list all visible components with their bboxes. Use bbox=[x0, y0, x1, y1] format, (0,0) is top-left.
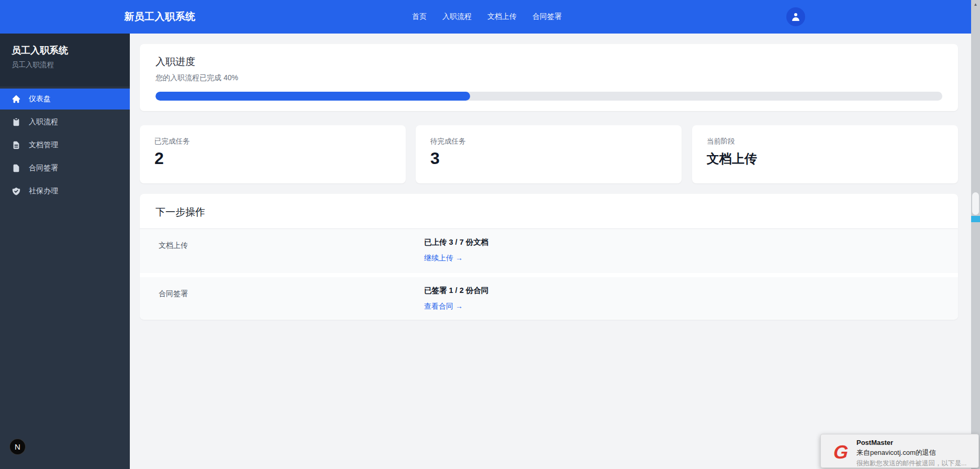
scrollbar-find-marker bbox=[971, 216, 980, 222]
nav-link-document-upload[interactable]: 文档上传 bbox=[487, 12, 517, 21]
nextjs-dev-badge[interactable]: N bbox=[9, 439, 26, 455]
progress-subtitle: 您的入职流程已完成 40% bbox=[155, 73, 942, 83]
row-status: 已上传 3 / 7 份文档 bbox=[424, 237, 488, 247]
toast-preview: 很抱歉您发送的邮件被退回，以下是... bbox=[856, 459, 974, 468]
shield-check-icon bbox=[12, 187, 21, 196]
document-text-icon bbox=[12, 140, 21, 150]
home-icon bbox=[12, 94, 21, 104]
sidebar-header: 员工入职系统 员工入职流程 bbox=[0, 34, 130, 86]
nav-link-onboarding-process[interactable]: 入职流程 bbox=[442, 12, 472, 21]
stat-label: 当前阶段 bbox=[707, 137, 943, 146]
toast-subject: 来自penavicotj.com的退信 bbox=[856, 448, 974, 457]
clipboard-icon bbox=[12, 117, 21, 127]
row-label: 合同签署 bbox=[159, 289, 188, 299]
nav-link-contract-signing[interactable]: 合同签署 bbox=[532, 12, 562, 21]
continue-upload-link[interactable]: 继续上传 → bbox=[424, 254, 463, 263]
sidebar-item-label: 合同签署 bbox=[29, 163, 58, 173]
sidebar-nav: 仪表盘 入职流程 文档管理 合同签署 社保办理 bbox=[0, 89, 130, 202]
user-icon bbox=[790, 12, 801, 22]
nextjs-n-icon: N bbox=[15, 442, 20, 451]
completed-tasks-card: 已完成任务 2 bbox=[140, 125, 406, 183]
sidebar-item-label: 社保办理 bbox=[29, 187, 58, 196]
stat-value: 文档上传 bbox=[707, 150, 943, 167]
row-status: 已签署 1 / 2 份合同 bbox=[424, 286, 488, 296]
mail-notification-toast[interactable]: G PostMaster 来自penavicotj.com的退信 很抱歉您发送的… bbox=[820, 434, 979, 468]
sidebar-title: 员工入职系统 bbox=[12, 44, 118, 57]
stat-value: 3 bbox=[430, 149, 667, 168]
sidebar: 员工入职系统 员工入职流程 仪表盘 入职流程 文档管理 合同签署 社保办 bbox=[0, 34, 130, 469]
stat-value: 2 bbox=[154, 149, 391, 168]
app-title: 新员工入职系统 bbox=[124, 0, 196, 34]
row-label: 文档上传 bbox=[159, 241, 188, 250]
user-avatar[interactable] bbox=[786, 7, 805, 26]
app-window: 新员工入职系统 首页 入职流程 文档上传 合同签署 员工入职系统 员工入职流程 … bbox=[0, 0, 980, 469]
row-content: 已签署 1 / 2 份合同 查看合同 → bbox=[424, 286, 488, 311]
sidebar-item-dashboard[interactable]: 仪表盘 bbox=[0, 89, 130, 110]
nav-link-home[interactable]: 首页 bbox=[412, 12, 427, 21]
current-stage-card: 当前阶段 文档上传 bbox=[692, 125, 958, 183]
sidebar-item-social-security[interactable]: 社保办理 bbox=[0, 181, 130, 202]
next-step-row-contract-signing: 合同签署 已签署 1 / 2 份合同 查看合同 → bbox=[140, 277, 958, 319]
top-navbar: 新员工入职系统 首页 入职流程 文档上传 合同签署 bbox=[0, 0, 980, 34]
pending-tasks-card: 待完成任务 3 bbox=[416, 125, 682, 183]
foxmail-logo-icon: G bbox=[829, 441, 852, 464]
sidebar-subtitle: 员工入职流程 bbox=[12, 60, 118, 70]
page-scrollbar[interactable]: ▲ bbox=[971, 0, 980, 469]
document-icon bbox=[12, 163, 21, 173]
toast-text: PostMaster 来自penavicotj.com的退信 很抱歉您发送的邮件… bbox=[856, 439, 974, 468]
navbar-links: 首页 入职流程 文档上传 合同签署 bbox=[412, 0, 562, 34]
scroll-up-arrow-icon[interactable]: ▲ bbox=[971, 1, 980, 8]
sidebar-item-document-management[interactable]: 文档管理 bbox=[0, 135, 130, 156]
toast-sender: PostMaster bbox=[856, 439, 974, 446]
progress-bar-track bbox=[155, 92, 942, 101]
next-steps-card: 下一步操作 文档上传 已上传 3 / 7 份文档 继续上传 → 合同签署 已签署… bbox=[140, 194, 958, 320]
next-steps-title: 下一步操作 bbox=[155, 205, 942, 219]
next-step-row-document-upload: 文档上传 已上传 3 / 7 份文档 继续上传 → bbox=[140, 229, 958, 273]
view-contract-link[interactable]: 查看合同 → bbox=[424, 302, 463, 311]
sidebar-item-contract-signing[interactable]: 合同签署 bbox=[0, 158, 130, 179]
stat-label: 已完成任务 bbox=[154, 137, 391, 146]
progress-fill bbox=[155, 92, 470, 101]
scrollbar-thumb[interactable] bbox=[972, 192, 979, 215]
sidebar-item-label: 文档管理 bbox=[29, 140, 58, 150]
sidebar-item-label: 入职流程 bbox=[29, 117, 58, 127]
sidebar-item-label: 仪表盘 bbox=[29, 94, 51, 104]
onboarding-progress-card: 入职进度 您的入职流程已完成 40% bbox=[140, 44, 958, 111]
row-content: 已上传 3 / 7 份文档 继续上传 → bbox=[424, 237, 488, 263]
progress-title: 入职进度 bbox=[155, 55, 942, 69]
next-steps-header: 下一步操作 bbox=[140, 194, 958, 229]
sidebar-item-onboarding-process[interactable]: 入职流程 bbox=[0, 112, 130, 133]
stat-label: 待完成任务 bbox=[430, 137, 667, 146]
